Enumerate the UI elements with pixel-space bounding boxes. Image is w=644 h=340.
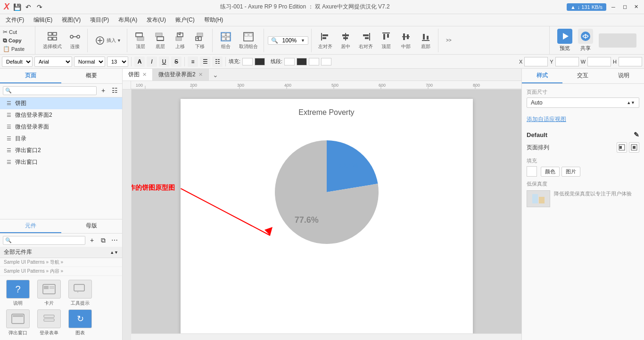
line-width-box[interactable] [321, 58, 331, 65]
comp-item-popup[interactable]: 弹出窗口 [4, 309, 32, 336]
masters-tab[interactable]: 母版 [61, 219, 123, 233]
align-left-page-button[interactable] [617, 142, 627, 153]
pages-tab[interactable]: 页面 [0, 69, 61, 83]
menu-item-编辑(E)[interactable]: 编辑(E) [30, 15, 56, 25]
font-select[interactable]: Arial [34, 57, 72, 67]
menu-item-视图(V)[interactable]: 视图(V) [58, 15, 84, 25]
library-select[interactable]: 全部元件库 ▲▼ [0, 247, 122, 258]
canvas-tab-pie[interactable]: 饼图 ✕ [123, 69, 153, 81]
move-down-button[interactable]: 下移 [190, 30, 209, 51]
maximize-button[interactable]: ◻ [620, 3, 629, 11]
redo-icon[interactable]: ↷ [36, 3, 43, 11]
insert-button[interactable]: 插入 ▼ [91, 34, 124, 47]
connect-button[interactable]: 连接 [66, 30, 84, 51]
comp-more-button[interactable]: ⋯ [110, 235, 119, 245]
comp-item-explain[interactable]: ? 说明 [4, 280, 32, 307]
comp-item-card[interactable]: 卡片 [35, 280, 63, 307]
menu-item-项目(P)[interactable]: 项目(P) [86, 15, 113, 25]
cut-button[interactable]: ✂ Cut [1, 28, 34, 36]
fill-color-box[interactable] [242, 58, 253, 65]
align-text-right-button[interactable]: ☷ [212, 57, 223, 67]
bold-button[interactable]: A [134, 57, 145, 67]
close-button[interactable]: ✕ [632, 3, 640, 11]
zoom-control[interactable]: 🔍 ▼ [268, 36, 308, 45]
outline-tab[interactable]: 概要 [61, 69, 123, 83]
line-style-box[interactable] [309, 58, 319, 65]
group-button[interactable]: 组合 [216, 30, 235, 51]
page-item-popup[interactable]: ☰ 弹出窗口 [0, 156, 122, 168]
page-item-wechat[interactable]: ☰ 微信登录界面 [0, 121, 122, 133]
y-input[interactable] [555, 57, 579, 66]
font-style-select[interactable]: Normal [74, 57, 105, 67]
menu-item-账户(C)[interactable]: 账户(C) [172, 15, 198, 25]
auto-select[interactable]: Auto ▲▼ [527, 97, 639, 108]
align-center-button[interactable]: 居中 [336, 30, 355, 51]
notes-tab[interactable]: 说明 [603, 69, 644, 83]
comp-item-chart[interactable]: ↻ 图表 [66, 309, 94, 336]
interact-tab[interactable]: 交互 [562, 69, 603, 83]
h-scrollbar[interactable] [131, 333, 521, 340]
comp-copy-button[interactable]: ⧉ [99, 235, 108, 245]
comp-item-tooltip[interactable]: 工具提示 [66, 280, 94, 307]
h-input[interactable] [619, 57, 642, 66]
strikethrough-button[interactable]: S [171, 57, 182, 67]
bottom-layer-button[interactable]: 底层 [151, 30, 170, 51]
page-item-toc[interactable]: ☰ 目录 [0, 133, 122, 145]
minimize-button[interactable]: ─ [609, 3, 618, 11]
fill-swatch[interactable] [527, 166, 537, 177]
move-up-button[interactable]: 上移 [171, 30, 190, 51]
share-button[interactable]: 共享 [578, 29, 593, 52]
top-layer-button[interactable]: 顶层 [131, 30, 150, 51]
page-item-popup2[interactable]: ☰ 弹出窗口2 [0, 145, 122, 156]
align-middle-button[interactable]: 中部 [396, 30, 415, 51]
comp-search-input[interactable] [12, 237, 83, 243]
menu-item-文件(F)[interactable]: 文件(F) [2, 15, 28, 25]
page-item-wechat2[interactable]: ☰ 微信登录界面2 [0, 109, 122, 121]
menu-item-发布(U)[interactable]: 发布(U) [143, 15, 170, 25]
zoom-input[interactable] [280, 37, 299, 44]
more-button[interactable]: >> [439, 37, 458, 44]
fill-color-box2[interactable] [255, 58, 265, 65]
copy-button[interactable]: ⧉ Copy [1, 36, 34, 45]
edit-icon[interactable]: ✎ [634, 131, 639, 138]
fill-color-option[interactable]: 颜色 [541, 167, 560, 177]
add-comp-button[interactable]: + [87, 235, 97, 245]
menu-item-帮助(H)[interactable]: 帮助(H) [200, 15, 227, 25]
canvas-tab-wechat2[interactable]: 微信登录界面2 ✕ [153, 69, 209, 81]
canvas-tab-pie-close[interactable]: ✕ [142, 72, 147, 78]
style-select[interactable]: Default [2, 57, 33, 67]
align-top-button[interactable]: 顶层 [377, 30, 396, 51]
align-right-button[interactable]: 右对齐 [356, 30, 376, 51]
more-tabs-button[interactable]: ⌄ [209, 69, 222, 81]
add-page-button[interactable]: + [99, 86, 108, 95]
comp-item-login[interactable]: 登录表单 [35, 309, 63, 336]
canvas-content[interactable]: Extreme Poverty 22.4%77.6% 打开已经制作的饼图原型图 [132, 89, 521, 333]
save-icon[interactable]: 💾 [13, 3, 21, 11]
undo-icon[interactable]: ↶ [25, 3, 32, 11]
style-tab[interactable]: 样式 [522, 69, 562, 83]
align-text-center-button[interactable]: ☰ [200, 57, 210, 67]
line-color-box2[interactable] [297, 58, 307, 65]
italic-button[interactable]: I [147, 57, 157, 67]
page-item-pie[interactable]: ☰ 饼图 [0, 97, 122, 109]
font-size-select[interactable]: 13 [107, 57, 128, 67]
paste-button[interactable]: 📋 Paste [1, 45, 34, 53]
align-center-page-button[interactable] [629, 142, 639, 153]
pages-search-input[interactable] [12, 88, 94, 93]
w-input[interactable] [587, 57, 611, 66]
adaptive-view-link[interactable]: 添加自适应视图 [527, 115, 639, 123]
page-group-button[interactable]: ☷ [110, 86, 119, 95]
align-left-button[interactable]: 左对齐 [315, 30, 335, 51]
menu-item-布局(A)[interactable]: 布局(A) [115, 15, 141, 25]
preview-button[interactable]: 预览 [557, 29, 572, 52]
align-text-left-button[interactable]: ≡ [188, 57, 198, 67]
line-color-box[interactable] [284, 58, 295, 65]
select-mode-button[interactable]: 选择模式 [40, 30, 65, 51]
underline-button[interactable]: U [159, 57, 169, 67]
canvas-tab-wechat2-close[interactable]: ✕ [198, 72, 203, 78]
align-bottom-button[interactable]: 底部 [416, 30, 435, 51]
fill-image-option[interactable]: 图片 [561, 167, 580, 177]
fidelity-color-thumb[interactable] [527, 190, 550, 207]
x-input[interactable] [524, 57, 548, 66]
ungroup-button[interactable]: 取消组合 [236, 30, 261, 51]
